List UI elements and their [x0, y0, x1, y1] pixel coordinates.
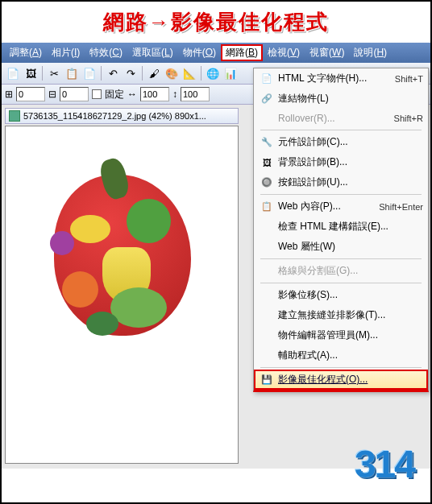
menu-item-icon	[259, 221, 275, 233]
menu-item-icon	[259, 289, 275, 302]
menu-item: Rollover(R)...Shift+R	[254, 109, 428, 128]
menu-item[interactable]: Web 屬性(W)	[254, 237, 428, 257]
toolbar-btn[interactable]: 🖌	[146, 65, 162, 81]
menu-item-label: 輔助程式(A)...	[278, 349, 423, 362]
menu-item[interactable]: 建立無接縫並排影像(T)...	[254, 305, 428, 325]
lock-checkbox[interactable]	[92, 89, 102, 99]
menu-b[interactable]: 網路(B)	[221, 44, 263, 61]
menu-item-label: 物件編輯器管理員(M)...	[278, 328, 423, 342]
menu-separator	[260, 367, 422, 368]
menu-item-icon: 🔘	[259, 176, 275, 189]
menu-item[interactable]: 🔧元件設計師(C)...	[254, 132, 428, 152]
menu-o[interactable]: 物件(O)	[178, 44, 221, 61]
cut-icon[interactable]: ✂	[46, 65, 62, 81]
menu-item-label: HTML 文字物件(H)...	[278, 72, 395, 85]
image-icon	[9, 110, 20, 122]
menu-separator	[260, 258, 422, 259]
menu-item[interactable]: 輔助程式(A)...	[254, 345, 428, 366]
menu-item-icon: 🔧	[259, 136, 275, 149]
w-label: ↔	[127, 89, 137, 100]
menu-item-icon	[259, 112, 275, 125]
undo-icon[interactable]: ↶	[105, 65, 121, 81]
menu-item-label: 元件設計師(C)...	[278, 135, 423, 149]
menu-item[interactable]: 物件編輯器管理員(M)...	[254, 325, 428, 345]
menu-item-icon	[259, 309, 275, 322]
menu-item-label: 影像最佳化程式(O)...	[278, 373, 423, 386]
web-menu-dropdown: 📄HTML 文字物件(H)...Shift+T🔗連結物件(L)Rollover(…	[253, 68, 429, 392]
menu-item-icon: 📄	[259, 72, 275, 85]
document-tab[interactable]: 5736135_115418627129_2.jpg (42%) 890x1..…	[5, 108, 239, 124]
menu-item-icon	[259, 329, 275, 342]
menu-item-label: 檢查 HTML 建構錯誤(E)...	[278, 220, 423, 233]
menu-item-label: 背景設計師(B)...	[278, 155, 423, 169]
toolbar-btn[interactable]: 📊	[222, 65, 239, 81]
x-label: ⊞	[5, 89, 13, 100]
image-canvas[interactable]	[5, 126, 239, 464]
menu-v[interactable]: 檢視(V)	[263, 44, 305, 61]
menu-item-label: 連結物件(L)	[278, 92, 423, 105]
menu-a[interactable]: 調整(A)	[5, 44, 47, 61]
menu-w[interactable]: 視窗(W)	[305, 44, 349, 61]
menu-item-icon: 🔗	[259, 93, 275, 105]
y-input[interactable]	[60, 87, 89, 101]
menu-h[interactable]: 說明(H)	[349, 44, 392, 61]
lock-label: 固定	[105, 88, 124, 101]
menu-separator	[260, 130, 422, 130]
toolbar-btn[interactable]: 🎨	[164, 65, 180, 81]
w-input[interactable]	[140, 87, 169, 101]
menu-item[interactable]: 📋Web 內容(P)...Shift+Enter	[254, 196, 428, 217]
menu-item[interactable]: 💾影像最佳化程式(O)...	[254, 370, 428, 390]
menu-item-label: 影像位移(S)...	[278, 288, 423, 302]
menu-item[interactable]: 影像位移(S)...	[254, 285, 428, 305]
y-label: ⊟	[48, 89, 56, 100]
menu-item: 格線與分割區(G)...	[254, 261, 428, 281]
toolbar-btn[interactable]: 📄	[5, 65, 21, 81]
redo-icon[interactable]: ↷	[123, 65, 139, 81]
menu-item-shortcut: Shift+Enter	[379, 202, 423, 212]
toolbar-btn[interactable]: 📐	[181, 65, 197, 81]
menu-item-icon: 📋	[259, 200, 275, 213]
menu-separator	[260, 194, 422, 195]
menu-item[interactable]: 📄HTML 文字物件(H)...Shift+T	[254, 68, 428, 89]
menu-item[interactable]: 🔗連結物件(L)	[254, 89, 428, 109]
menu-item-icon	[259, 241, 275, 254]
toolbar-btn[interactable]: 🖼	[23, 65, 39, 81]
menu-separator	[260, 283, 422, 283]
menu-item-shortcut: Shift+T	[395, 74, 423, 84]
menu-item[interactable]: 檢查 HTML 建構錯誤(E)...	[254, 217, 428, 237]
menu-item-label: Web 內容(P)...	[278, 200, 379, 213]
menu-item-label: Web 屬性(W)	[278, 240, 423, 254]
menu-l[interactable]: 選取區(L)	[127, 44, 178, 61]
menu-item-icon	[259, 349, 275, 362]
menu-item[interactable]: 🖼背景設計師(B)...	[254, 152, 428, 172]
paste-icon[interactable]: 📄	[81, 65, 98, 81]
menu-item-label: 格線與分割區(G)...	[278, 264, 423, 278]
menu-i[interactable]: 相片(I)	[47, 44, 85, 61]
menu-item-shortcut: Shift+R	[394, 114, 423, 123]
tutorial-annotation: 網路→影像最佳化程式	[2, 2, 430, 43]
h-label: ↕	[172, 89, 177, 100]
menu-item-label: 建立無接縫並排影像(T)...	[278, 308, 423, 322]
menu-bar: 調整(A)相片(I)特效(C)選取區(L)物件(O)網路(B)檢視(V)視窗(W…	[2, 43, 430, 63]
menu-item-icon: 🖼	[259, 156, 275, 169]
toolbar-btn[interactable]: 🌐	[205, 65, 221, 81]
x-input[interactable]	[16, 87, 45, 101]
menu-item[interactable]: 🔘按鈕設計師(U)...	[254, 172, 428, 192]
menu-item-icon	[259, 265, 275, 278]
copy-icon[interactable]: 📋	[64, 65, 80, 81]
menu-item-icon: 💾	[259, 374, 275, 386]
menu-item-label: 按鈕設計師(U)...	[278, 176, 423, 189]
watermark-logo: 314	[355, 442, 414, 486]
menu-c[interactable]: 特效(C)	[85, 44, 127, 61]
h-input[interactable]	[181, 87, 210, 101]
menu-item-label: Rollover(R)...	[278, 113, 394, 124]
document-title: 5736135_115418627129_2.jpg (42%) 890x1..…	[23, 111, 206, 121]
